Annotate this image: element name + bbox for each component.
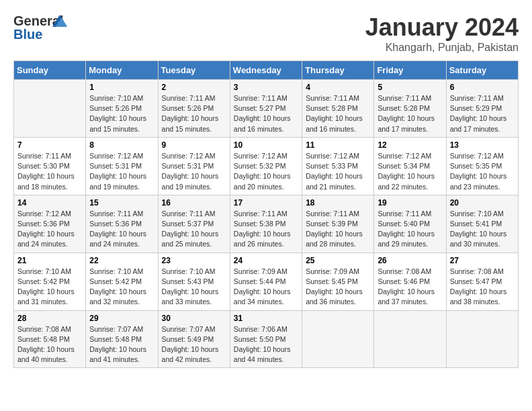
day-info: Sunrise: 7:10 AMSunset: 5:41 PMDaylight:… [450, 209, 515, 250]
day-info: Sunrise: 7:11 AMSunset: 5:27 PMDaylight:… [234, 93, 298, 134]
calendar-cell [14, 80, 86, 138]
column-header-friday: Friday [374, 61, 446, 80]
day-info: Sunrise: 7:11 AMSunset: 5:28 PMDaylight:… [306, 93, 370, 134]
day-info: Sunrise: 7:12 AMSunset: 5:33 PMDaylight:… [306, 151, 370, 192]
week-row-3: 14Sunrise: 7:12 AMSunset: 5:36 PMDayligh… [14, 195, 519, 253]
calendar-cell: 16Sunrise: 7:11 AMSunset: 5:37 PMDayligh… [158, 195, 230, 253]
header-row: SundayMondayTuesdayWednesdayThursdayFrid… [14, 61, 519, 80]
day-info: Sunrise: 7:11 AMSunset: 5:37 PMDaylight:… [162, 209, 226, 250]
day-number: 23 [162, 256, 226, 265]
day-number: 8 [89, 140, 154, 150]
calendar-cell [302, 310, 374, 368]
title-block: January 2024 Khangarh, Punjab, Pakistan [365, 13, 519, 54]
day-info: Sunrise: 7:11 AMSunset: 5:39 PMDaylight:… [306, 209, 370, 250]
day-number: 21 [17, 256, 82, 265]
calendar-cell: 21Sunrise: 7:10 AMSunset: 5:42 PMDayligh… [14, 253, 86, 310]
day-number: 28 [17, 314, 82, 323]
calendar-cell: 12Sunrise: 7:12 AMSunset: 5:34 PMDayligh… [374, 137, 446, 195]
calendar-cell: 1Sunrise: 7:10 AMSunset: 5:26 PMDaylight… [86, 80, 158, 138]
calendar-cell: 19Sunrise: 7:11 AMSunset: 5:40 PMDayligh… [374, 195, 446, 253]
calendar-cell: 7Sunrise: 7:11 AMSunset: 5:30 PMDaylight… [14, 137, 86, 195]
month-title: January 2024 [365, 13, 519, 42]
day-info: Sunrise: 7:08 AMSunset: 5:47 PMDaylight:… [450, 267, 515, 308]
day-info: Sunrise: 7:11 AMSunset: 5:40 PMDaylight:… [378, 209, 442, 250]
day-number: 27 [450, 256, 515, 265]
calendar-cell: 13Sunrise: 7:12 AMSunset: 5:35 PMDayligh… [446, 137, 518, 195]
calendar-table: SundayMondayTuesdayWednesdayThursdayFrid… [13, 60, 519, 368]
day-number: 20 [450, 198, 515, 208]
day-info: Sunrise: 7:10 AMSunset: 5:42 PMDaylight:… [89, 267, 154, 308]
location: Khangarh, Punjab, Pakistan [365, 42, 519, 54]
day-number: 14 [17, 198, 82, 208]
calendar-cell: 24Sunrise: 7:09 AMSunset: 5:44 PMDayligh… [230, 253, 302, 310]
calendar-cell: 11Sunrise: 7:12 AMSunset: 5:33 PMDayligh… [302, 137, 374, 195]
day-number: 24 [234, 256, 298, 265]
logo: General Blue [13, 13, 47, 42]
day-info: Sunrise: 7:11 AMSunset: 5:28 PMDaylight:… [378, 93, 442, 134]
calendar-cell: 26Sunrise: 7:08 AMSunset: 5:46 PMDayligh… [374, 253, 446, 310]
column-header-sunday: Sunday [14, 61, 86, 80]
day-number: 3 [234, 83, 298, 92]
calendar-cell: 31Sunrise: 7:06 AMSunset: 5:50 PMDayligh… [230, 310, 302, 368]
day-info: Sunrise: 7:08 AMSunset: 5:48 PMDaylight:… [17, 324, 82, 365]
calendar-cell: 23Sunrise: 7:10 AMSunset: 5:43 PMDayligh… [158, 253, 230, 310]
day-number: 22 [89, 256, 154, 265]
day-number: 16 [162, 198, 226, 208]
day-info: Sunrise: 7:06 AMSunset: 5:50 PMDaylight:… [234, 324, 298, 365]
calendar-cell: 27Sunrise: 7:08 AMSunset: 5:47 PMDayligh… [446, 253, 518, 310]
day-info: Sunrise: 7:12 AMSunset: 5:36 PMDaylight:… [17, 209, 82, 250]
column-header-thursday: Thursday [302, 61, 374, 80]
calendar-cell: 30Sunrise: 7:07 AMSunset: 5:49 PMDayligh… [158, 310, 230, 368]
week-row-2: 7Sunrise: 7:11 AMSunset: 5:30 PMDaylight… [14, 137, 519, 195]
day-info: Sunrise: 7:12 AMSunset: 5:35 PMDaylight:… [450, 151, 515, 192]
calendar-cell: 29Sunrise: 7:07 AMSunset: 5:48 PMDayligh… [86, 310, 158, 368]
day-info: Sunrise: 7:11 AMSunset: 5:38 PMDaylight:… [234, 209, 298, 250]
day-info: Sunrise: 7:12 AMSunset: 5:31 PMDaylight:… [162, 151, 226, 192]
calendar-cell: 6Sunrise: 7:11 AMSunset: 5:29 PMDaylight… [446, 80, 518, 138]
day-info: Sunrise: 7:09 AMSunset: 5:44 PMDaylight:… [234, 267, 298, 308]
calendar-cell [446, 310, 518, 368]
day-number: 26 [378, 256, 442, 265]
calendar-cell: 18Sunrise: 7:11 AMSunset: 5:39 PMDayligh… [302, 195, 374, 253]
week-row-1: 1Sunrise: 7:10 AMSunset: 5:26 PMDaylight… [14, 80, 519, 138]
column-header-wednesday: Wednesday [230, 61, 302, 80]
day-info: Sunrise: 7:10 AMSunset: 5:43 PMDaylight:… [162, 267, 226, 308]
day-info: Sunrise: 7:11 AMSunset: 5:30 PMDaylight:… [17, 151, 82, 192]
day-number: 10 [234, 140, 298, 150]
day-info: Sunrise: 7:11 AMSunset: 5:29 PMDaylight:… [450, 93, 515, 134]
column-header-monday: Monday [86, 61, 158, 80]
day-info: Sunrise: 7:11 AMSunset: 5:36 PMDaylight:… [89, 209, 154, 250]
day-number: 25 [306, 256, 370, 265]
day-info: Sunrise: 7:10 AMSunset: 5:26 PMDaylight:… [89, 93, 154, 134]
calendar-cell: 9Sunrise: 7:12 AMSunset: 5:31 PMDaylight… [158, 137, 230, 195]
day-number: 11 [306, 140, 370, 150]
calendar-cell: 5Sunrise: 7:11 AMSunset: 5:28 PMDaylight… [374, 80, 446, 138]
calendar-cell: 20Sunrise: 7:10 AMSunset: 5:41 PMDayligh… [446, 195, 518, 253]
day-info: Sunrise: 7:12 AMSunset: 5:32 PMDaylight:… [234, 151, 298, 192]
calendar-cell: 10Sunrise: 7:12 AMSunset: 5:32 PMDayligh… [230, 137, 302, 195]
day-number: 12 [378, 140, 442, 150]
calendar-cell: 4Sunrise: 7:11 AMSunset: 5:28 PMDaylight… [302, 80, 374, 138]
day-info: Sunrise: 7:08 AMSunset: 5:46 PMDaylight:… [378, 267, 442, 308]
calendar-cell: 8Sunrise: 7:12 AMSunset: 5:31 PMDaylight… [86, 137, 158, 195]
day-info: Sunrise: 7:09 AMSunset: 5:45 PMDaylight:… [306, 267, 370, 308]
calendar-cell: 14Sunrise: 7:12 AMSunset: 5:36 PMDayligh… [14, 195, 86, 253]
day-info: Sunrise: 7:10 AMSunset: 5:42 PMDaylight:… [17, 267, 82, 308]
day-number: 17 [234, 198, 298, 208]
calendar-cell: 15Sunrise: 7:11 AMSunset: 5:36 PMDayligh… [86, 195, 158, 253]
day-number: 7 [17, 140, 82, 150]
week-row-5: 28Sunrise: 7:08 AMSunset: 5:48 PMDayligh… [14, 310, 519, 368]
day-info: Sunrise: 7:07 AMSunset: 5:49 PMDaylight:… [162, 324, 226, 365]
day-number: 1 [89, 83, 154, 92]
logo-blue-text: Blue [13, 27, 42, 42]
day-number: 13 [450, 140, 515, 150]
day-number: 29 [89, 314, 154, 323]
day-number: 9 [162, 140, 226, 150]
day-info: Sunrise: 7:07 AMSunset: 5:48 PMDaylight:… [89, 324, 154, 365]
day-number: 4 [306, 83, 370, 92]
calendar-cell: 25Sunrise: 7:09 AMSunset: 5:45 PMDayligh… [302, 253, 374, 310]
calendar-cell: 2Sunrise: 7:11 AMSunset: 5:26 PMDaylight… [158, 80, 230, 138]
day-number: 30 [162, 314, 226, 323]
day-info: Sunrise: 7:12 AMSunset: 5:31 PMDaylight:… [89, 151, 154, 192]
page-header: General Blue January 2024 Khangarh, Punj… [13, 13, 519, 54]
